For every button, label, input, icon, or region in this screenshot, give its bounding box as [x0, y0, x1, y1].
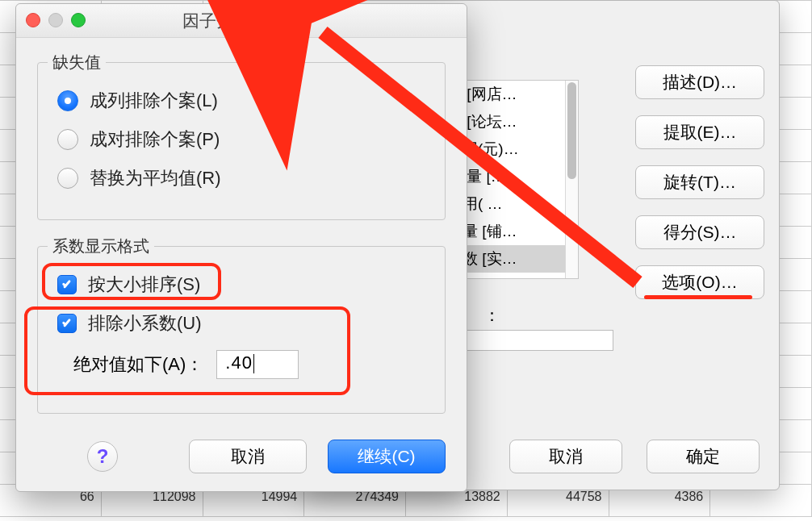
side-buttons-column: 描述(D)… 提取(E)… 旋转(T)… 得分(S)… 选项(O)… [635, 65, 764, 315]
continue-button[interactable]: 继续(C) [328, 440, 446, 473]
checkbox-sort[interactable]: 按大小排序(S) [57, 273, 430, 297]
radio-icon[interactable] [57, 90, 78, 111]
describe-button[interactable]: 描述(D)… [635, 65, 764, 99]
radio-listwise[interactable]: 成列排除个案(L) [57, 89, 430, 113]
radio-meanreplace[interactable]: 替换为平均值(R) [57, 166, 430, 190]
selection-variable-input[interactable] [446, 330, 613, 351]
score-button[interactable]: 得分(S)… [635, 215, 764, 249]
label-colon: ： [483, 304, 500, 327]
scrollbar[interactable] [565, 81, 578, 278]
cancel-button[interactable]: 取消 [189, 440, 307, 473]
options-button-label: 选项(O)… [662, 273, 737, 291]
help-button[interactable]: ? [87, 441, 118, 472]
group-missing-legend: 缺失值 [48, 52, 106, 73]
dialog-title: 因子分析：选项 [182, 11, 301, 30]
scrollbar-thumb[interactable] [567, 82, 576, 179]
text-caret [253, 354, 255, 373]
options-dialog: 因子分析：选项 缺失值 成列排除个案(L) 成对排除个案(P) 替换为平均值(R… [15, 3, 467, 492]
absolute-value-label: 绝对值如下(A)： [73, 352, 203, 377]
radio-meanreplace-label: 替换为平均值(R) [90, 166, 221, 190]
group-missing-values: 缺失值 成列排除个案(L) 成对排除个案(P) 替换为平均值(R) [37, 62, 446, 220]
titlebar[interactable]: 因子分析：选项 [16, 4, 467, 38]
ok-button[interactable]: 确定 [647, 440, 760, 473]
radio-listwise-label: 成列排除个案(L) [90, 89, 218, 113]
radio-icon[interactable] [57, 129, 78, 150]
checkbox-sort-label: 按大小排序(S) [88, 273, 200, 297]
radio-icon[interactable] [57, 168, 78, 189]
checkbox-suppress-label: 排除小系数(U) [88, 311, 202, 336]
cancel-button[interactable]: 取消 [509, 440, 622, 473]
annotation-underline [644, 295, 752, 299]
absolute-value-text: .40 [225, 352, 253, 373]
absolute-value-row: 绝对值如下(A)： .40 [73, 350, 430, 379]
minimize-icon [48, 13, 63, 27]
absolute-value-input[interactable]: .40 [216, 350, 299, 379]
radio-pairwise-label: 成对排除个案(P) [90, 127, 220, 152]
extract-button[interactable]: 提取(E)… [635, 115, 764, 149]
checkbox-suppress[interactable]: 排除小系数(U) [57, 311, 430, 336]
group-coef-format: 系数显示格式 按大小排序(S) 排除小系数(U) 绝对值如下(A)： .40 [37, 246, 446, 414]
group-coef-legend: 系数显示格式 [48, 235, 154, 257]
rotate-button[interactable]: 旋转(T)… [635, 165, 764, 199]
options-button[interactable]: 选项(O)… [635, 265, 764, 299]
close-icon[interactable] [26, 13, 40, 27]
checkbox-icon[interactable] [57, 314, 77, 333]
zoom-icon[interactable] [71, 13, 86, 27]
traffic-lights [26, 13, 86, 27]
checkbox-icon[interactable] [57, 275, 77, 294]
radio-pairwise[interactable]: 成对排除个案(P) [57, 127, 430, 152]
options-bottom-row: ? 取消 继续(C) [16, 440, 467, 473]
